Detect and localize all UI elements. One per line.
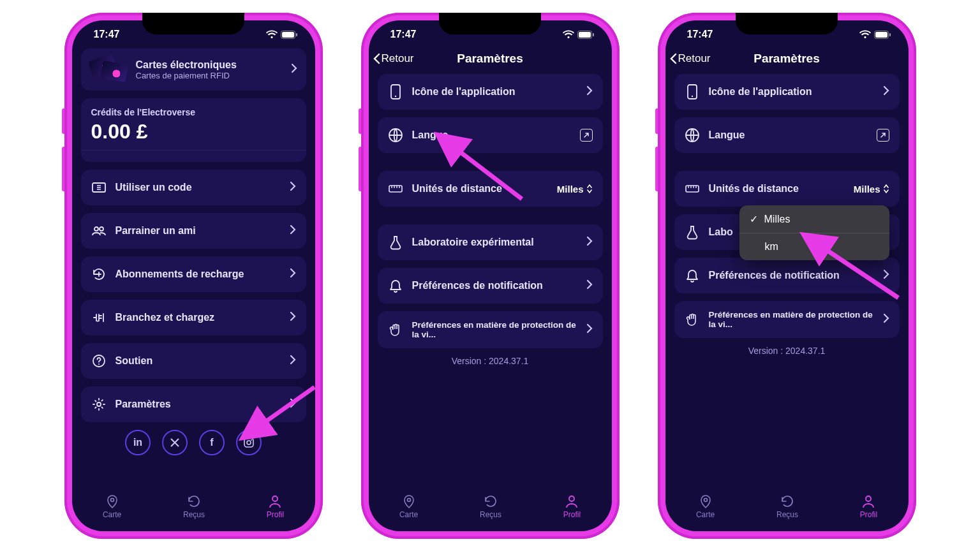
electronic-cards-row[interactable]: Cartes électroniques Cartes de paiement …	[81, 48, 306, 91]
tab-map[interactable]: Carte	[696, 494, 715, 519]
battery-icon	[281, 31, 297, 39]
svg-point-21	[407, 498, 410, 501]
updown-icon	[883, 184, 889, 194]
ruler-icon	[685, 185, 700, 193]
refer-friend-row[interactable]: Parrainer un ami	[81, 213, 306, 249]
status-time: 17:47	[687, 29, 713, 40]
wifi-icon	[563, 31, 574, 39]
ruler-icon	[388, 185, 403, 193]
battery-icon	[577, 31, 594, 39]
redeem-label: Utiliser un code	[115, 182, 281, 193]
back-label: Retour	[382, 52, 414, 65]
lab-label: Laboratoire expérimental	[412, 237, 577, 248]
svg-rect-16	[593, 33, 594, 36]
tab-profile[interactable]: Profil	[563, 494, 581, 519]
gear-icon	[91, 397, 107, 411]
chevron-right-icon	[883, 313, 889, 326]
notch	[142, 13, 244, 34]
distance-value: Milles	[854, 184, 880, 195]
annotation-arrow	[809, 237, 905, 307]
distance-label: Unités de distance	[709, 183, 845, 195]
globe-icon	[388, 128, 403, 143]
check-icon: ✓	[750, 213, 758, 225]
hand-icon	[388, 323, 403, 337]
distance-value-picker[interactable]: Milles	[557, 184, 593, 195]
tab-profile[interactable]: Profil	[860, 494, 877, 519]
language-label: Langue	[709, 129, 868, 141]
version-text: Version : 2024.37.1	[378, 356, 603, 366]
app-icon-row[interactable]: Icône de l'application	[674, 74, 900, 110]
annotation-arrow	[445, 138, 535, 209]
credits-value: 0.00 £	[91, 120, 296, 143]
screen-profile: 17:47 Cartes électroniques Cartes de pai…	[72, 20, 315, 531]
divider	[81, 150, 306, 151]
refer-label: Parrainer un ami	[115, 225, 281, 237]
ecards-subtitle: Cartes de paiement RFID	[136, 71, 282, 80]
distance-units-row[interactable]: Unités de distance Milles	[674, 171, 900, 207]
option-miles[interactable]: ✓ Milles	[739, 205, 889, 233]
bell-icon	[388, 279, 403, 293]
support-label: Soutien	[115, 355, 281, 367]
chevron-right-icon	[290, 355, 296, 367]
tab-bar: Carte Reçus Profil	[72, 487, 315, 531]
tab-profile-label: Profil	[860, 510, 877, 519]
language-row[interactable]: Langue	[674, 117, 900, 153]
chevron-right-icon	[586, 323, 593, 336]
plug-icon	[91, 312, 107, 323]
experimental-lab-row[interactable]: Laboratoire expérimental	[378, 224, 603, 260]
tab-receipts[interactable]: Reçus	[183, 494, 205, 519]
privacy-label: Préférences en matière de protection de …	[709, 310, 874, 329]
notification-prefs-row[interactable]: Préférences de notification	[378, 268, 603, 304]
notch	[736, 13, 838, 34]
back-button[interactable]: Retour	[373, 52, 414, 65]
tab-map-label: Carte	[103, 510, 121, 519]
flask-icon	[685, 225, 700, 239]
privacy-label: Préférences en matière de protection de …	[412, 320, 577, 339]
chevron-left-icon	[669, 53, 677, 64]
app-icon-row[interactable]: Icône de l'application	[378, 74, 603, 110]
tab-profile[interactable]: Profil	[267, 494, 284, 519]
plug-charge-row[interactable]: Branchez et chargez	[81, 300, 306, 335]
distance-value-picker[interactable]: Milles	[854, 184, 889, 195]
globe-icon	[685, 128, 700, 143]
hand-icon	[685, 312, 700, 327]
external-link-icon	[877, 129, 889, 142]
redeem-code-row[interactable]: Utiliser un code	[81, 170, 306, 205]
phone-frame-3: 17:47 Retour Paramètres Icône de l'appli…	[658, 13, 916, 539]
back-button[interactable]: Retour	[669, 52, 711, 65]
privacy-prefs-row[interactable]: Préférences en matière de protection de …	[378, 311, 603, 348]
tab-receipts-label: Reçus	[480, 510, 501, 519]
svg-rect-20	[389, 186, 402, 192]
tab-profile-label: Profil	[267, 510, 284, 519]
tab-map-label: Carte	[399, 510, 418, 519]
subs-label: Abonnements de recharge	[115, 268, 281, 280]
subscriptions-row[interactable]: Abonnements de recharge	[81, 256, 306, 292]
svg-rect-8	[244, 438, 253, 447]
tab-map-label: Carte	[696, 510, 715, 519]
support-row[interactable]: Soutien	[81, 343, 306, 379]
svg-rect-2	[296, 33, 297, 36]
tab-receipts[interactable]: Reçus	[480, 494, 501, 519]
phone-frame-1: 17:47 Cartes électroniques Cartes de pai…	[64, 13, 323, 539]
svg-point-12	[272, 496, 278, 501]
chevron-right-icon	[290, 268, 296, 281]
tab-receipts[interactable]: Reçus	[776, 494, 798, 519]
ticket-icon	[91, 182, 107, 193]
svg-point-7	[97, 402, 101, 406]
tab-map[interactable]: Carte	[103, 494, 121, 519]
status-icons	[563, 31, 594, 39]
tab-map[interactable]: Carte	[399, 494, 418, 519]
annotation-arrow	[251, 381, 315, 438]
back-label: Retour	[678, 52, 711, 65]
facebook-icon[interactable]: f	[199, 430, 225, 455]
x-icon[interactable]	[162, 430, 188, 455]
page-title: Paramètres	[754, 52, 820, 66]
status-icons	[859, 31, 891, 39]
svg-rect-26	[889, 33, 891, 36]
version-text: Version : 2024.37.1	[674, 346, 900, 356]
nav-bar: Retour Paramètres	[369, 48, 612, 74]
linkedin-icon[interactable]: in	[125, 430, 151, 455]
svg-point-5	[100, 227, 103, 231]
svg-point-10	[251, 439, 252, 441]
ecards-title: Cartes électroniques	[136, 59, 282, 71]
